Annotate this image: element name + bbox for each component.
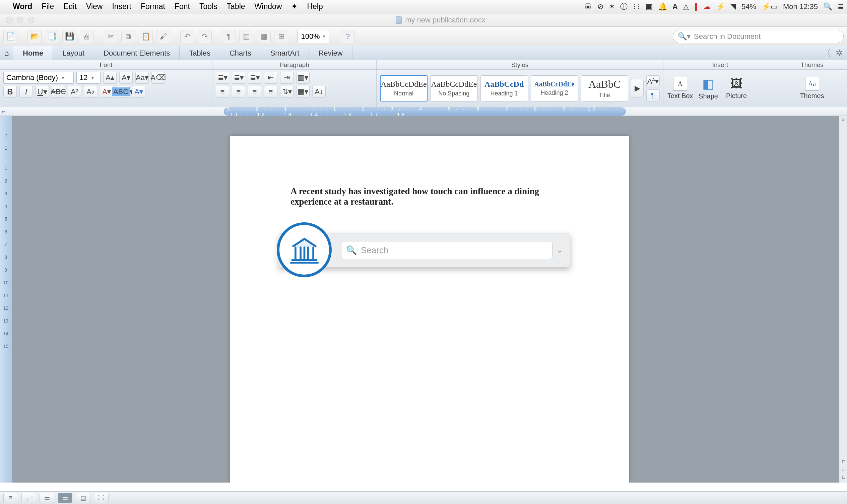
highlight-button[interactable]: ABC▾ [116,86,129,98]
format-painter-button[interactable]: 🖌 [156,30,170,43]
wifi-icon[interactable]: ◥ [730,2,736,11]
menulet-icon[interactable]: ⊘ [597,2,603,11]
dropbox-icon[interactable]: ⫶⫶ [633,2,640,11]
sidebar-toggle-button[interactable]: ▥ [239,30,253,43]
zotero-menulet-icon[interactable]: ✦ [291,2,298,11]
style-title[interactable]: AaBbC Title [581,75,628,102]
sync-error-icon[interactable]: ☁ [703,2,711,11]
ruler-horizontal[interactable]: 3 · · · 2 · · · 1 · · · · · · 1 · · · 2 … [224,108,626,115]
menu-insert[interactable]: Insert [112,2,131,11]
style-normal[interactable]: AaBbCcDdEe Normal [380,75,427,102]
themes-button[interactable]: Aa Themes [799,77,826,100]
menu-window[interactable]: Window [254,2,282,11]
font-size-selector[interactable]: 12▼ [76,72,101,84]
clock[interactable]: Mon 12:35 [783,2,818,11]
style-heading-2[interactable]: AaBbCcDdEe Heading 2 [531,75,578,102]
notifications-icon[interactable]: 🔔 [658,2,667,11]
numbering-button[interactable]: ≣▾ [232,72,245,84]
underline-button[interactable]: U▾ [36,86,49,98]
tab-home[interactable]: Home [13,46,53,60]
menulet-icon[interactable]: ▣ [646,2,653,11]
tab-tables[interactable]: Tables [180,46,220,60]
change-case-button[interactable]: Aa▾ [135,72,149,84]
document-page[interactable]: A recent study has investigated how touc… [230,136,629,483]
strikethrough-button[interactable]: ABC [52,86,65,98]
style-no-spacing[interactable]: AaBbCcDdEe No Spacing [430,75,478,102]
view-draft-button[interactable]: ≡ [3,493,18,503]
columns-button[interactable]: ▥▾ [296,72,310,84]
insert-picture-button[interactable]: 🖼 Picture [723,77,750,100]
menu-table[interactable]: Table [227,2,245,11]
battery-icon[interactable]: ⚡▭ [762,2,778,11]
copy-button[interactable]: ⧉ [121,30,135,43]
redo-button[interactable]: ↷ [198,30,212,43]
menu-font[interactable]: Font [175,2,190,11]
menu-edit[interactable]: Edit [63,2,77,11]
line-spacing-button[interactable]: ⇅▾ [280,86,294,98]
menu-file[interactable]: File [41,2,54,11]
decrease-indent-button[interactable]: ⇤ [264,72,278,84]
show-formatting-button[interactable]: ¶ [222,30,236,43]
tab-smartart[interactable]: SmartArt [261,46,309,60]
menu-help[interactable]: Help [307,2,323,11]
pause-icon[interactable]: ‖ [694,2,698,11]
styles-pane-button[interactable]: ¶ [646,89,660,102]
subscript-button[interactable]: A₂ [84,86,97,98]
document-body-text[interactable]: A recent study has investigated how touc… [290,186,569,207]
spotlight-icon[interactable]: 🔍 [823,2,832,11]
toolbox-button[interactable]: ▦ [257,30,271,43]
font-color-button[interactable]: A▾ [100,86,113,98]
multilevel-list-button[interactable]: ≣▾ [248,72,261,84]
ribbon-options-button[interactable]: ✲ [835,48,843,58]
shading-button[interactable]: ▦▾ [296,86,310,98]
adobe-icon[interactable]: A [672,2,678,11]
justify-button[interactable]: ≡ [264,86,278,98]
menulet-icon[interactable]: 🏛 [585,2,592,11]
align-left-button[interactable]: ≡ [216,86,229,98]
menulet-icon[interactable]: ⓘ [620,2,628,12]
ruler-vertical[interactable]: 2 1 1 2 3 4 5 6 7 8 9 10 11 12 13 14 15 [0,116,12,483]
sort-button[interactable]: A↓ [312,86,326,98]
document-canvas[interactable]: A recent study has investigated how touc… [12,116,847,483]
italic-button[interactable]: I [19,86,33,98]
align-right-button[interactable]: ≡ [248,86,261,98]
view-fullscreen-button[interactable]: ⛶ [94,493,109,503]
notification-center-icon[interactable]: ≣ [837,2,844,11]
menu-format[interactable]: Format [141,2,165,11]
undo-button[interactable]: ↶ [180,30,194,43]
font-name-selector[interactable]: Cambria (Body)▼ [3,72,74,84]
grow-font-button[interactable]: A▴ [103,72,117,84]
manage-styles-button[interactable]: Aᴬ▾ [646,75,660,87]
paste-button[interactable]: 📋 [139,30,153,43]
text-effects-button[interactable]: A▾ [132,86,145,98]
print-button[interactable]: 🖨 [80,30,94,43]
superscript-button[interactable]: A² [68,86,81,98]
tab-document-elements[interactable]: Document Elements [94,46,180,60]
style-heading-1[interactable]: AaBbCcDd Heading 1 [480,75,528,102]
browse-object-button[interactable]: ○ [840,466,847,473]
page-up-button[interactable]: ⇈ [840,458,847,465]
battery-percent[interactable]: 54% [741,2,756,11]
zoom-window-button[interactable] [28,17,34,23]
shrink-font-button[interactable]: A▾ [119,72,133,84]
tab-charts[interactable]: Charts [220,46,261,60]
search-document-field[interactable]: 🔍▾ Search in Document [673,30,844,43]
increase-indent-button[interactable]: ⇥ [280,72,294,84]
collapse-ribbon-button[interactable]: 〈 [822,47,831,59]
menu-tools[interactable]: Tools [199,2,217,11]
tab-layout[interactable]: Layout [53,46,94,60]
page-down-button[interactable]: ⇊ [840,474,847,481]
insert-shape-button[interactable]: ◧ Shape [695,76,722,100]
google-drive-icon[interactable]: △ [683,2,689,11]
close-window-button[interactable] [6,17,13,23]
cut-button[interactable]: ✂ [104,30,118,43]
tab-review[interactable]: Review [309,46,352,60]
zoom-selector[interactable]: 100% ▼ [298,30,329,43]
menulet-icon[interactable]: ✶ [609,2,615,11]
new-document-button[interactable]: 📄 [3,30,17,43]
bullets-button[interactable]: ≣▾ [216,72,229,84]
scrollbar-split-icon[interactable]: ≡ [839,116,847,123]
home-icon[interactable]: ⌂ [0,49,13,58]
open-recent-button[interactable]: 📑 [45,30,59,43]
insert-textbox-button[interactable]: A Text Box [667,77,693,100]
